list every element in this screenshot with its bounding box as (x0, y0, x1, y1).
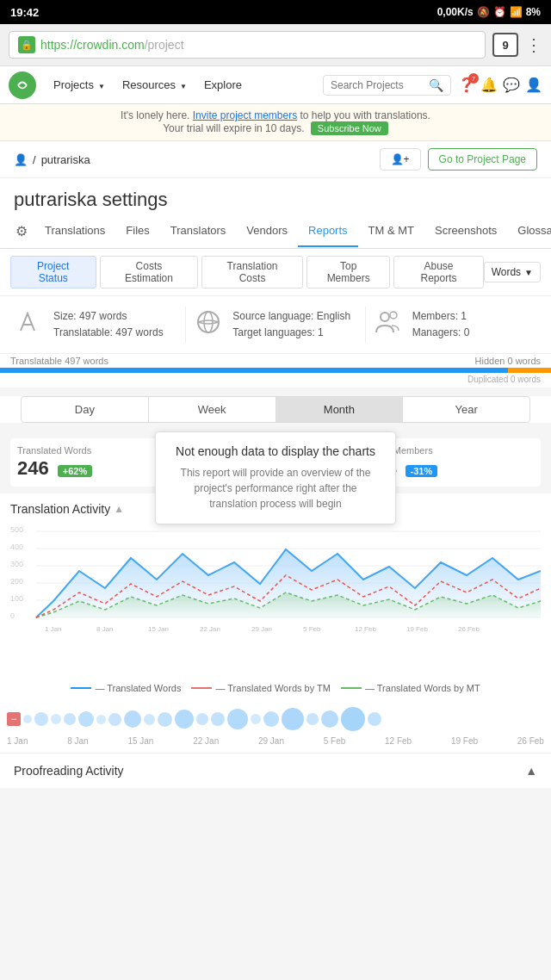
progress-bar-orange (508, 368, 551, 373)
network-speed: 0,00K/s (437, 6, 474, 18)
user-icon: 👤 (14, 153, 28, 166)
size-icon (14, 307, 45, 343)
globe-icon (193, 307, 224, 343)
browser-bar: 🔒 https://crowdin.com/project 9 ⋮ (0, 24, 551, 66)
stats-cards: Translated Words 246 +62% Approved Words… (0, 431, 551, 493)
bubble-5 (78, 711, 94, 727)
hidden-words-label: Hidden 0 words (475, 356, 541, 366)
svg-text:5 Feb: 5 Feb (303, 625, 321, 633)
trial-text: Your trial will expire in 10 days. (163, 122, 304, 134)
url-bar[interactable]: 🔒 https://crowdin.com/project (9, 31, 486, 59)
tab-vendors[interactable]: Vendors (236, 215, 298, 247)
svg-text:300: 300 (10, 560, 23, 568)
top-members-badge: -31% (406, 465, 438, 477)
settings-icon: ⚙ (9, 214, 34, 248)
lock-icon: 🔒 (18, 36, 35, 53)
tab-screenshots[interactable]: Screenshots (424, 215, 507, 247)
period-tab-month[interactable]: Month (276, 397, 404, 422)
add-member-button[interactable]: 👤+ (380, 148, 421, 171)
words-select[interactable]: Words ▼ (484, 262, 541, 282)
bubble-17 (282, 708, 304, 730)
tab-tm-mt[interactable]: TM & MT (358, 215, 424, 247)
bubble-1 (23, 715, 32, 723)
legend-label-tm: — Translated Words by TM (215, 683, 330, 693)
svg-point-3 (381, 313, 389, 321)
subscribe-button[interactable]: Subscribe Now (311, 121, 388, 135)
bubble-section: − 1 Jan 8 Jan 15 Jan 22 Jan 29 Jan 5 Feb… (0, 698, 551, 753)
period-tab-week[interactable]: Week (149, 397, 276, 422)
bubble-14 (227, 709, 248, 729)
nav-resources[interactable]: Resources (115, 66, 194, 104)
bubble-date-1: 1 Jan (7, 736, 28, 746)
subtab-abuse-reports[interactable]: Abuse Reports (393, 256, 483, 288)
legend-mt: — Translated Words by MT (341, 683, 480, 693)
messages-icon[interactable]: 💬 (503, 77, 520, 93)
chart-legend: — Translated Words — Translated Words by… (10, 678, 541, 698)
project-name[interactable]: putrariska (41, 153, 90, 166)
svg-point-2 (204, 312, 213, 332)
tab-translators[interactable]: Translators (160, 215, 237, 247)
tab-count[interactable]: 9 (492, 33, 518, 57)
legend-label-translated: — Translated Words (95, 683, 181, 693)
projects-caret (96, 78, 105, 91)
nav-items: Projects Resources Explore (46, 66, 323, 104)
bubble-date-8: 19 Feb (451, 736, 478, 746)
stat-item-size: Size: 497 words Translatable: 497 words (14, 307, 178, 343)
legend-label-mt: — Translated Words by MT (365, 683, 480, 693)
nav-explore[interactable]: Explore (197, 66, 249, 104)
stat-item-members: Members: 1 Managers: 0 (373, 307, 537, 343)
period-tab-year[interactable]: Year (403, 397, 529, 422)
members-icon (373, 307, 404, 343)
words-select-label: Words (492, 266, 521, 278)
popup-text: This report will provide an overview of … (170, 465, 381, 512)
breadcrumb-bar: 👤 / putrariska 👤+ Go to Project Page (0, 141, 551, 178)
svg-point-4 (390, 312, 397, 319)
managers-value: 0 (464, 326, 470, 338)
legend-tm: — Translated Words by TM (191, 683, 330, 693)
search-input[interactable] (331, 79, 425, 91)
subtab-project-status[interactable]: Project Status (10, 256, 96, 288)
bubble-13 (211, 712, 225, 726)
svg-text:200: 200 (10, 577, 23, 586)
bubble-date-6: 5 Feb (324, 736, 346, 746)
top-members-label: Top Members (375, 445, 534, 456)
proofreading-section[interactable]: Proofreading Activity ▲ (0, 753, 551, 788)
translatable-words-label: Translatable 497 words (10, 356, 108, 366)
proofreading-title: Proofreading Activity (14, 764, 124, 778)
notifications-icon[interactable]: 🔔 (480, 77, 498, 93)
legend-translated: — Translated Words (71, 683, 181, 693)
progress-section: Translatable 497 words Hidden 0 words Du… (0, 354, 551, 388)
time: 19:42 (10, 6, 39, 19)
nav-search[interactable]: 🔍 (323, 75, 451, 96)
add-member-icon: 👤+ (391, 153, 410, 165)
duplicated-label: Duplicated 0 words (0, 373, 551, 386)
go-to-project-button[interactable]: Go to Project Page (428, 148, 537, 171)
bubble-11 (175, 710, 194, 729)
svg-text:500: 500 (10, 525, 23, 534)
subtab-translation-costs[interactable]: Translation Costs (201, 256, 303, 288)
help-icon[interactable]: ❓7 (458, 77, 475, 93)
target-lang-value: 1 (318, 326, 324, 338)
bubble-3 (51, 714, 61, 724)
tab-translations[interactable]: Translations (34, 215, 115, 247)
stat-divider-2 (365, 307, 366, 343)
subtab-top-members[interactable]: Top Members (306, 256, 391, 288)
size-value: 497 words (79, 310, 127, 322)
stat-text-languages: Source language: English Target language… (232, 308, 350, 341)
tab-glossary[interactable]: Glossary (507, 215, 551, 247)
nav-projects[interactable]: Projects (46, 66, 112, 104)
tab-files[interactable]: Files (115, 215, 159, 247)
url-path: /project (145, 38, 184, 52)
breadcrumb-actions: 👤+ Go to Project Page (380, 148, 537, 171)
period-tab-day[interactable]: Day (22, 397, 149, 422)
bubble-date-5: 29 Jan (258, 736, 284, 746)
stat-text-members: Members: 1 Managers: 0 (412, 308, 470, 341)
browser-menu[interactable]: ⋮ (525, 34, 542, 55)
source-lang-value: English (317, 310, 350, 322)
subtab-costs-estimation[interactable]: Costs Estimation (100, 256, 199, 288)
tab-reports[interactable]: Reports (298, 215, 358, 247)
invite-link[interactable]: Invite project members (193, 109, 297, 121)
bubble-row: − (0, 704, 551, 735)
profile-icon[interactable]: 👤 (525, 77, 542, 93)
bubble-minus: − (7, 712, 21, 726)
